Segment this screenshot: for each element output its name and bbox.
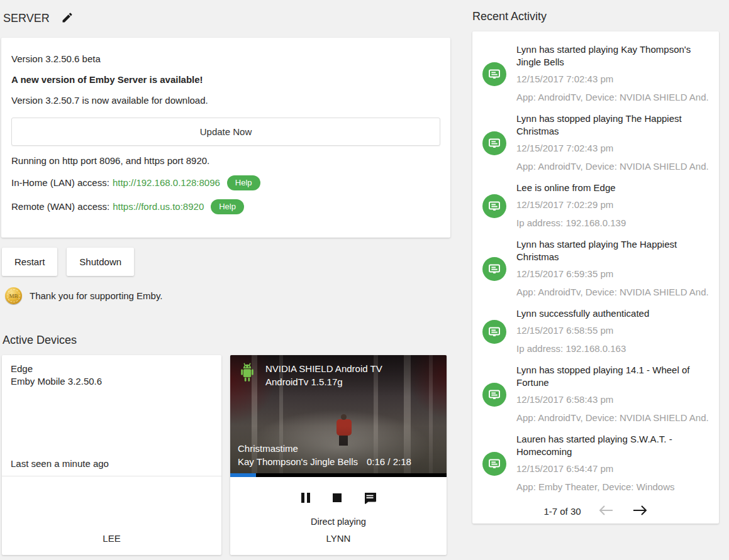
activity-title: Lynn successfully authenticated <box>516 307 709 320</box>
activity-title: Lauren has started playing S.W.A.T. - Ho… <box>516 433 709 458</box>
send-message-button[interactable] <box>362 490 378 508</box>
activity-message-icon <box>482 257 506 281</box>
activity-list: Lynn has started playing Kay Thompson's … <box>472 40 719 498</box>
activity-list-item: Lynn has stopped playing 14.1 - Wheel of… <box>472 360 719 429</box>
device-header-overlay: NVIDIA SHIELD Android TV AndroidTv 1.5.1… <box>238 362 382 388</box>
activity-message-icon <box>482 452 506 476</box>
update-available-subline: Version 3.2.50.7 is now available for do… <box>11 94 440 107</box>
activity-message-icon <box>482 131 506 155</box>
activity-timestamp: 12/15/2017 7:02:43 pm <box>516 140 709 156</box>
arrow-left-icon <box>599 505 613 517</box>
coin-text: MB <box>9 293 18 299</box>
play-method: Direct playing <box>230 517 447 527</box>
device-user-footer: LEE <box>2 476 221 555</box>
update-available-headline: A new version of Emby Server is availabl… <box>11 74 440 86</box>
device-last-seen: Last seen a minute ago <box>11 458 109 470</box>
stop-icon <box>331 491 343 507</box>
recent-activity-title: Recent Activity <box>472 10 547 23</box>
arrow-right-icon <box>633 505 647 517</box>
android-icon <box>238 362 257 388</box>
device-user-name: LEE <box>103 533 120 544</box>
activity-timestamp: 12/15/2017 7:02:29 pm <box>516 197 709 212</box>
activity-list-item: Lynn has stopped playing The Happiest Ch… <box>472 109 719 178</box>
edit-server-name-button[interactable] <box>60 10 75 27</box>
activity-text-block: Lee is online from Edge 12/15/2017 7:02:… <box>516 182 709 231</box>
activity-meta: App: AndroidTv, Device: NVIDIA SHIELD An… <box>516 89 709 105</box>
activity-list-item: Lynn successfully authenticated 12/15/20… <box>472 304 719 360</box>
pause-button[interactable] <box>299 490 313 508</box>
activity-list-item: Lynn has started playing Kay Thompson's … <box>472 40 719 109</box>
supporter-row: MB Thank you for supporting Emby. <box>5 287 163 304</box>
now-playing-title: Christmastime <box>238 442 367 455</box>
activity-timestamp: 12/15/2017 6:54:47 pm <box>516 461 709 476</box>
activity-list-item: Lee is online from Edge 12/15/2017 7:02:… <box>472 178 719 234</box>
activity-title: Lynn has stopped playing 14.1 - Wheel of… <box>516 364 709 389</box>
wan-access-link[interactable]: https://ford.us.to:8920 <box>113 199 204 214</box>
activity-meta: App: AndroidTv, Device: NVIDIA SHIELD An… <box>516 410 709 425</box>
message-icon <box>363 491 377 507</box>
activity-message-icon <box>482 62 506 86</box>
activity-meta: Ip address: 192.168.0.139 <box>516 215 709 231</box>
lan-access-row: In-Home (LAN) access: http://192.168.0.1… <box>11 175 440 190</box>
stop-button[interactable] <box>330 490 344 508</box>
device-client-name: Edge <box>11 363 213 375</box>
activity-title: Lynn has stopped playing The Happiest Ch… <box>516 113 709 138</box>
pencil-icon <box>61 11 74 26</box>
wan-access-label: Remote (WAN) access: <box>11 199 109 214</box>
activity-text-block: Lynn has stopped playing The Happiest Ch… <box>516 113 709 174</box>
update-now-button[interactable]: Update Now <box>11 118 440 146</box>
pagination-label: 1-7 of 30 <box>543 506 581 517</box>
now-playing-item: Kay Thompson's Jingle Bells <box>238 455 367 468</box>
device-client-name: NVIDIA SHIELD Android TV <box>265 362 382 375</box>
activity-meta: App: Emby Theater, Device: Windows <box>516 479 709 495</box>
device-user-name: LYNN <box>230 533 447 544</box>
activity-text-block: Lauren has started playing S.W.A.T. - Ho… <box>516 433 709 495</box>
recent-activity-card: Lynn has started playing Kay Thompson's … <box>472 31 719 524</box>
wan-help-button[interactable]: Help <box>211 199 244 214</box>
device-card-edge: Edge Emby Mobile 3.2.50.6 Last seen a mi… <box>2 355 221 555</box>
pause-icon <box>300 491 311 507</box>
activity-message-icon <box>482 320 506 344</box>
activity-message-icon <box>482 194 506 218</box>
activity-meta: App: AndroidTv, Device: NVIDIA SHIELD An… <box>516 284 709 300</box>
previous-page-button[interactable] <box>598 504 615 519</box>
activity-list-item: Lauren has started playing S.W.A.T. - Ho… <box>472 429 719 498</box>
activity-text-block: Lynn has started playing Kay Thompson's … <box>516 43 709 105</box>
server-info-card: Version 3.2.50.6 beta A new version of E… <box>1 38 450 238</box>
current-version: Version 3.2.50.6 beta <box>11 53 440 65</box>
lan-access-link[interactable]: http://192.168.0.128:8096 <box>113 175 220 190</box>
activity-meta: Ip address: 192.168.0.163 <box>516 341 709 356</box>
supporter-coin-icon: MB <box>5 287 22 304</box>
activity-text-block: Lynn has stopped playing 14.1 - Wheel of… <box>516 364 709 425</box>
activity-message-icon <box>482 383 506 407</box>
activity-timestamp: 12/15/2017 6:58:55 pm <box>516 322 709 338</box>
activity-title: Lynn has started playing The Happiest Ch… <box>516 238 709 263</box>
playback-controls <box>230 477 447 508</box>
activity-title: Lynn has started playing Kay Thompson's … <box>516 43 709 69</box>
device-info-section: Edge Emby Mobile 3.2.50.6 Last seen a mi… <box>2 355 221 476</box>
now-playing-thumbnail: NVIDIA SHIELD Android TV AndroidTv 1.5.1… <box>230 355 447 473</box>
next-page-button[interactable] <box>632 504 648 519</box>
activity-meta: App: AndroidTv, Device: NVIDIA SHIELD An… <box>516 158 709 174</box>
playback-position: 0:16 / 2:18 <box>367 455 411 468</box>
now-playing-overlay: Christmastime Kay Thompson's Jingle Bell… <box>238 442 439 468</box>
wan-access-row: Remote (WAN) access: https://ford.us.to:… <box>11 199 440 214</box>
activity-timestamp: 12/15/2017 6:59:35 pm <box>516 266 709 282</box>
activity-title: Lee is online from Edge <box>516 182 709 194</box>
lan-help-button[interactable]: Help <box>227 175 260 190</box>
device-header-text: NVIDIA SHIELD Android TV AndroidTv 1.5.1… <box>265 362 382 388</box>
supporter-text: Thank you for supporting Emby. <box>30 290 163 301</box>
device-app-version: AndroidTv 1.5.17g <box>265 375 382 388</box>
activity-pagination: 1-7 of 30 <box>472 498 719 519</box>
restart-button[interactable]: Restart <box>2 248 57 276</box>
active-devices-title: Active Devices <box>3 334 77 347</box>
power-buttons-row: Restart Shutdown <box>2 248 134 276</box>
activity-text-block: Lynn has started playing The Happiest Ch… <box>516 238 709 300</box>
shutdown-button[interactable]: Shutdown <box>67 248 134 276</box>
now-playing-titles: Christmastime Kay Thompson's Jingle Bell… <box>238 442 367 468</box>
device-app-version: Emby Mobile 3.2.50.6 <box>11 375 213 388</box>
server-header: SERVER <box>3 10 75 27</box>
device-card-shield: NVIDIA SHIELD Android TV AndroidTv 1.5.1… <box>230 355 447 555</box>
server-title: SERVER <box>3 12 50 25</box>
lan-access-label: In-Home (LAN) access: <box>11 175 109 190</box>
